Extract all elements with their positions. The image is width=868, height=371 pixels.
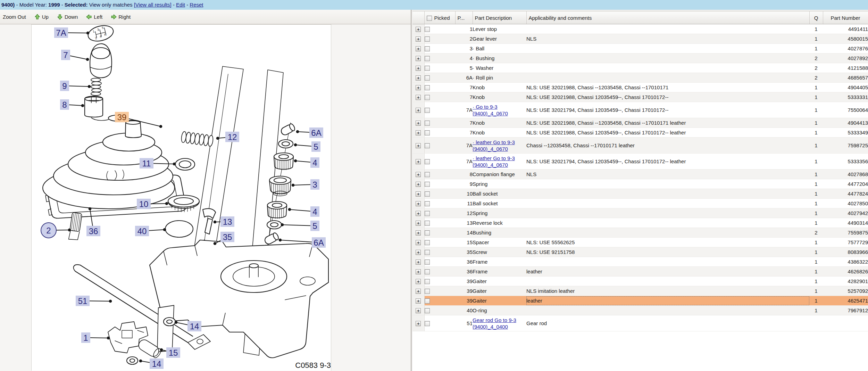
picked-checkbox[interactable] <box>425 321 430 326</box>
expand-row-icon[interactable]: + <box>416 289 421 294</box>
breadcrumb-link[interactable]: [View all results] <box>134 2 172 8</box>
picked-checkbox[interactable] <box>425 27 430 32</box>
picked-checkbox[interactable] <box>425 46 430 51</box>
diagram-callout-7[interactable]: 7 <box>61 50 89 61</box>
expand-row-icon[interactable]: + <box>416 108 421 113</box>
pan-down-button[interactable]: Down <box>57 14 78 20</box>
expand-row-icon[interactable]: + <box>416 159 421 164</box>
header-quantity[interactable]: Q <box>809 11 823 24</box>
expand-row-icon[interactable]: + <box>416 182 421 187</box>
expand-row-icon[interactable]: + <box>416 95 421 100</box>
breadcrumb-link[interactable]: Reset <box>190 2 203 8</box>
part-row[interactable]: +39GaiterNLS imitation leather15257092 <box>412 286 868 296</box>
applicability-focused-cell[interactable]: leather <box>526 296 809 305</box>
part-row[interactable]: +13Reverse lock14490314 <box>412 218 868 228</box>
header-part-number[interactable]: Part Number <box>823 11 868 24</box>
pan-left-button[interactable]: Left <box>86 14 102 20</box>
part-description-link[interactable]: · leather Go to 9-3 <box>473 155 515 161</box>
picked-checkbox[interactable] <box>425 298 430 304</box>
expand-row-icon[interactable]: + <box>416 172 421 177</box>
part-row[interactable]: +7KnobNLS: USE 32021988, Chassi 12035459… <box>412 128 868 138</box>
diagram-callout-6A[interactable]: 6A <box>296 127 323 138</box>
part-row[interactable]: +9Spring14477204 <box>412 179 868 189</box>
diagram-callout-7A[interactable]: 7A <box>54 27 89 38</box>
diagram-callout-51[interactable]: 51 <box>76 296 112 306</box>
expand-row-icon[interactable]: + <box>416 259 421 265</box>
picked-checkbox[interactable] <box>425 159 430 164</box>
part-description-link[interactable]: (9400)_4_0670 <box>473 146 508 152</box>
picked-checkbox[interactable] <box>425 308 430 313</box>
picked-checkbox[interactable] <box>425 240 430 245</box>
expand-row-icon[interactable]: + <box>416 240 421 245</box>
picked-checkbox[interactable] <box>425 259 430 265</box>
diagram-callout-14[interactable]: 14 <box>175 321 201 331</box>
diagram-callout-9[interactable]: 9 <box>60 81 91 91</box>
pan-right-button[interactable]: Right <box>111 14 131 20</box>
picked-checkbox[interactable] <box>425 279 430 284</box>
expand-row-icon[interactable]: + <box>416 36 421 42</box>
picked-checkbox[interactable] <box>425 211 430 216</box>
expand-row-icon[interactable]: + <box>416 308 421 313</box>
part-row[interactable]: +3· Ball14027876 <box>412 44 868 53</box>
expand-row-icon[interactable]: + <box>416 66 421 71</box>
part-row[interactable]: +7KnobNLS: USE 32021988, Chassi --120354… <box>412 118 868 128</box>
part-row[interactable]: +15SpacerNLS: USE 5556262517577729 <box>412 238 868 247</box>
part-row[interactable]: +39Gaiter14282901 <box>412 277 868 286</box>
expand-row-icon[interactable]: + <box>416 85 421 90</box>
part-row[interactable]: +10Ball socket14477824 <box>412 189 868 199</box>
expand-row-icon[interactable]: + <box>416 321 421 326</box>
diagram-callout-2[interactable]: 2 <box>41 223 71 238</box>
picked-checkbox[interactable] <box>425 108 430 113</box>
part-row[interactable]: +14Bushing27559875 <box>412 228 868 238</box>
part-row[interactable]: +39Gaiterleather14625471 <box>412 296 868 306</box>
expand-row-icon[interactable]: + <box>416 221 421 226</box>
diagram-callout-1[interactable]: 1 <box>81 332 110 343</box>
diagram-callout-40[interactable]: 40 <box>135 226 166 236</box>
expand-row-icon[interactable]: + <box>416 75 421 81</box>
header-applicability[interactable]: Applicability and comments <box>526 11 809 24</box>
part-row[interactable]: +12Spring14027942 <box>412 208 868 218</box>
part-row[interactable]: +7KnobNLS: USE 32021988, Chassi --120354… <box>412 83 868 92</box>
picked-checkbox[interactable] <box>425 121 430 126</box>
part-row[interactable]: +2Gear leverNLS14580015 <box>412 34 868 44</box>
picked-checkbox[interactable] <box>425 56 430 61</box>
diagram-callout-13[interactable]: 13 <box>214 216 234 227</box>
header-pos[interactable]: P... <box>455 11 473 24</box>
expand-row-icon[interactable]: + <box>416 143 421 148</box>
picked-checkbox[interactable] <box>425 250 430 255</box>
expand-row-icon[interactable]: + <box>416 56 421 61</box>
picked-checkbox[interactable] <box>425 143 430 148</box>
part-row[interactable]: +7A· Go to 9-3(9400)_4_0670NLS: USE 3202… <box>412 102 868 118</box>
picked-checkbox[interactable] <box>425 130 430 135</box>
diagram-callout-8[interactable]: 8 <box>60 99 84 110</box>
part-row[interactable]: +7KnobNLS: USE 32021988, Chassi 12035459… <box>412 92 868 102</box>
part-description-link[interactable]: (9400)_4_0670 <box>473 162 508 168</box>
diagram-callout-35[interactable]: 35 <box>214 232 234 245</box>
part-description-link[interactable]: Gear rod Go to 9-3 <box>473 317 516 323</box>
breadcrumb-link[interactable]: Edit <box>176 2 185 8</box>
expand-row-icon[interactable]: + <box>416 279 421 284</box>
expand-row-icon[interactable]: + <box>416 298 421 304</box>
part-row[interactable]: +35ScrewNLS: USE 9215175818083966 <box>412 247 868 257</box>
expand-row-icon[interactable]: + <box>416 121 421 126</box>
picked-checkbox[interactable] <box>425 269 430 274</box>
part-row[interactable]: +1Lever stop14491411 <box>412 24 868 34</box>
zoom-out-button[interactable]: Zoom Out <box>3 14 26 20</box>
picked-checkbox[interactable] <box>425 230 430 236</box>
picked-checkbox[interactable] <box>425 172 430 177</box>
picked-checkbox[interactable] <box>425 289 430 294</box>
part-row[interactable]: +7A· leather Go to 9-3(9400)_4_0670Chass… <box>412 138 868 154</box>
expand-row-icon[interactable]: + <box>416 46 421 51</box>
part-row[interactable]: +5· Washer24121588 <box>412 63 868 73</box>
expand-row-icon[interactable]: + <box>416 191 421 197</box>
pan-up-button[interactable]: Up <box>34 14 49 20</box>
part-description-link[interactable]: · Go to 9-3 <box>473 104 498 110</box>
diagram-callout-4[interactable]: 4 <box>288 206 319 217</box>
expand-row-icon[interactable]: + <box>416 211 421 216</box>
select-all-checkbox[interactable] <box>427 16 432 21</box>
diagram-callout-3[interactable]: 3 <box>292 179 319 190</box>
part-row[interactable]: +4· Bushing24027892 <box>412 53 868 63</box>
picked-checkbox[interactable] <box>425 85 430 90</box>
header-picked[interactable]: Picked <box>424 11 455 24</box>
part-row[interactable]: +6A· Roll pin24685657 <box>412 73 868 83</box>
